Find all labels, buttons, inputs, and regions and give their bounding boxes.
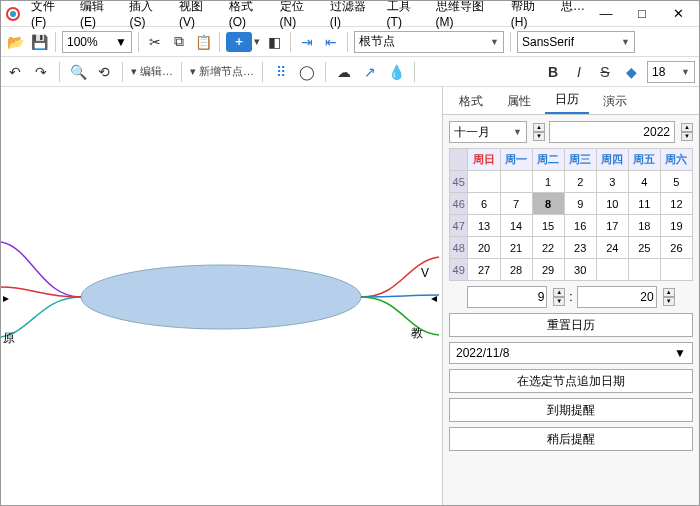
tab-calendar[interactable]: 日历 <box>545 87 589 114</box>
side-tabs: 格式 属性 日历 演示 <box>443 87 699 115</box>
window-close-button[interactable]: ✕ <box>661 3 695 25</box>
minute-input[interactable]: 20 <box>577 286 657 308</box>
refresh-icon[interactable]: ⟲ <box>94 62 114 82</box>
svg-point-2 <box>81 265 361 329</box>
menu-format[interactable]: 格式(O) <box>225 0 274 31</box>
node-left-label: 原 <box>3 331 15 345</box>
node-right-top-label: V <box>421 266 429 280</box>
node-icon[interactable]: ◯ <box>297 62 317 82</box>
undo-icon[interactable]: ↶ <box>5 62 25 82</box>
calendar-selected-day: 8 <box>532 193 564 215</box>
menu-overflow[interactable]: 思… <box>557 0 589 31</box>
zoom-combo[interactable]: 100%▼ <box>62 31 132 53</box>
link-icon[interactable]: ↗ <box>360 62 380 82</box>
new-node-dropdown[interactable]: ▾ 新增节点… <box>190 64 254 79</box>
svg-point-1 <box>10 11 16 17</box>
list-outdent-icon[interactable]: ⇤ <box>321 32 341 52</box>
mindmap-canvas[interactable]: 原 V 教 ▸ ◂ <box>1 87 442 505</box>
copy-icon[interactable]: ⧉ <box>169 32 189 52</box>
drop-icon[interactable]: 💧 <box>386 62 406 82</box>
menu-edit[interactable]: 编辑(E) <box>76 0 124 31</box>
toolbar-2: ↶ ↷ 🔍 ⟲ ▾ 编辑… ▾ 新增节点… ⠿ ◯ ☁ ↗ 💧 B I S ◆ … <box>1 57 699 87</box>
year-spinner[interactable]: ▲▼ <box>681 123 693 141</box>
strike-icon[interactable]: S <box>595 62 615 82</box>
app-logo-icon <box>5 6 21 22</box>
minute-spinner[interactable]: ▲▼ <box>663 288 675 306</box>
open-icon[interactable]: 📂 <box>5 32 25 52</box>
titlebar: 文件(F) 编辑(E) 插入(S) 视图(V) 格式(O) 定位(N) 过滤器(… <box>1 1 699 27</box>
menu-help[interactable]: 帮助(H) <box>507 0 555 31</box>
add-node-button[interactable]: ＋▾ <box>226 32 260 52</box>
menu-tools[interactable]: 工具(T) <box>383 0 430 31</box>
font-family-combo[interactable]: SansSerif▼ <box>517 31 635 53</box>
menu-file[interactable]: 文件(F) <box>27 0 74 31</box>
tab-presentation[interactable]: 演示 <box>593 89 637 114</box>
bullet-icon[interactable]: ⠿ <box>271 62 291 82</box>
menu-navigate[interactable]: 定位(N) <box>276 0 324 31</box>
font-size-combo[interactable]: 18▼ <box>647 61 695 83</box>
later-reminder-button[interactable]: 稍后提醒 <box>449 427 693 451</box>
cut-icon[interactable]: ✂ <box>145 32 165 52</box>
reset-calendar-button[interactable]: 重置日历 <box>449 313 693 337</box>
svg-text:◂: ◂ <box>431 291 437 305</box>
paste-icon[interactable]: 📋 <box>193 32 213 52</box>
menu-bar: 文件(F) 编辑(E) 插入(S) 视图(V) 格式(O) 定位(N) 过滤器(… <box>27 0 589 31</box>
month-combo[interactable]: 十一月▼ <box>449 121 527 143</box>
append-date-button[interactable]: 在选定节点追加日期 <box>449 369 693 393</box>
italic-icon[interactable]: I <box>569 62 589 82</box>
svg-text:▸: ▸ <box>3 291 9 305</box>
due-reminder-button[interactable]: 到期提醒 <box>449 398 693 422</box>
list-indent-icon[interactable]: ⇥ <box>297 32 317 52</box>
menu-insert[interactable]: 插入(S) <box>125 0 173 31</box>
month-spinner[interactable]: ▲▼ <box>533 123 545 141</box>
root-node-combo[interactable]: 根节点▼ <box>354 31 504 53</box>
window-maximize-button[interactable]: □ <box>625 3 659 25</box>
date-combo[interactable]: 2022/11/8▼ <box>449 342 693 364</box>
menu-mindmap[interactable]: 思维导图(M) <box>432 0 505 31</box>
window-minimize-button[interactable]: — <box>589 3 623 25</box>
tab-properties[interactable]: 属性 <box>497 89 541 114</box>
node-style-icon[interactable]: ◧ <box>264 32 284 52</box>
year-input[interactable]: 2022 <box>549 121 675 143</box>
find-icon[interactable]: 🔍 <box>68 62 88 82</box>
save-icon[interactable]: 💾 <box>29 32 49 52</box>
color-icon[interactable]: ◆ <box>621 62 641 82</box>
tab-format[interactable]: 格式 <box>449 89 493 114</box>
redo-icon[interactable]: ↷ <box>31 62 51 82</box>
hour-input[interactable]: 9 <box>467 286 547 308</box>
hour-spinner[interactable]: ▲▼ <box>553 288 565 306</box>
menu-view[interactable]: 视图(V) <box>175 0 223 31</box>
calendar-grid[interactable]: 周日 周一周二 周三周四 周五周六 4512345 466789101112 4… <box>449 148 693 281</box>
edit-dropdown[interactable]: ▾ 编辑… <box>131 64 173 79</box>
node-right-bot-label: 教 <box>411 326 423 340</box>
menu-filter[interactable]: 过滤器(I) <box>326 0 381 31</box>
toolbar-1: 📂 💾 100%▼ ✂ ⧉ 📋 ＋▾ ◧ ⇥ ⇤ 根节点▼ SansSerif▼ <box>1 27 699 57</box>
cloud-icon[interactable]: ☁ <box>334 62 354 82</box>
bold-icon[interactable]: B <box>543 62 563 82</box>
side-panel: 格式 属性 日历 演示 十一月▼ ▲▼ 2022 ▲▼ 周日 周一周二 周三周四… <box>442 87 699 505</box>
